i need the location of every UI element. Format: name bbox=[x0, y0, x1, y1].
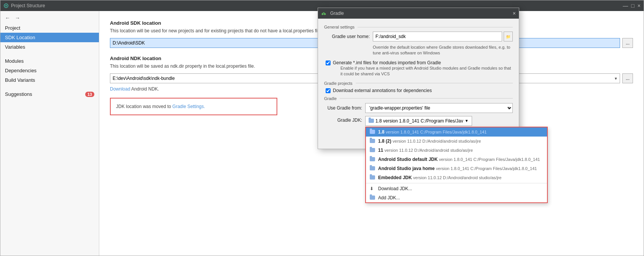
jdk-folder-icon bbox=[369, 119, 374, 123]
generate-iml-label: Generate *.iml files for modules importe… bbox=[333, 60, 513, 65]
android-ndk-browse-button[interactable]: ... bbox=[622, 73, 633, 83]
gradle-settings-link[interactable]: Gradle Settings. bbox=[172, 104, 205, 109]
gradle-projects-header: Gradle projects bbox=[324, 81, 513, 86]
sidebar: ← → Project SDK Location Variables Modul… bbox=[0, 11, 99, 256]
sidebar-item-dependencies[interactable]: Dependencies bbox=[0, 66, 99, 75]
use-gradle-from-label: Use Gradle from: bbox=[324, 105, 362, 111]
jdk-list-item-3[interactable]: 11 version 11.0.12 D:/Android/android st… bbox=[366, 146, 547, 155]
gradle-projects-section: Gradle projects Download external annota… bbox=[324, 81, 513, 126]
jdk-dropdown-wrapper: 1.8 version 1.8.0_141 C:/Program Files/J… bbox=[365, 116, 472, 126]
gradle-jdk-row: Gradle JDK: 1.8 version 1.8.0_141 C:/Pro… bbox=[324, 116, 513, 126]
window-title: Project Structure bbox=[11, 3, 623, 8]
sidebar-nav: ← → bbox=[0, 13, 99, 23]
gradle-override-hint: Override the default location where Grad… bbox=[373, 45, 513, 56]
folder-icon: 📁 bbox=[506, 35, 510, 39]
gradle-dialog-title: Gradle bbox=[330, 11, 510, 16]
sidebar-item-modules[interactable]: Modules bbox=[0, 56, 99, 66]
add-jdk-icon bbox=[370, 196, 375, 200]
jdk-item-3-folder-icon bbox=[370, 148, 375, 152]
app-icon bbox=[3, 3, 9, 8]
gradle-sub-header: Gradle bbox=[324, 96, 513, 101]
jdk-caret: ▼ bbox=[465, 119, 469, 123]
gradle-sub-divider bbox=[340, 98, 513, 99]
sidebar-item-suggestions[interactable]: Suggestions 13 bbox=[0, 89, 99, 99]
add-jdk-label: Add JDK... bbox=[378, 195, 400, 200]
sidebar-item-build-variants[interactable]: Build Variants bbox=[0, 75, 99, 85]
gradle-user-home-label: Gradle user home: bbox=[324, 34, 370, 39]
jdk-item-3-subtext: version 11.0.12 D:/Android/android studi… bbox=[385, 148, 473, 153]
jdk-item-2-folder-icon bbox=[370, 139, 375, 143]
jdk-list-item-5[interactable]: Android Studio java home version 1.8.0_1… bbox=[366, 164, 547, 173]
jdk-item-1-subtext: version 1.8.0_141 C:/Program Files/Java/… bbox=[386, 130, 487, 134]
general-settings-header: General settings bbox=[324, 25, 513, 29]
use-gradle-from-row: Use Gradle from: 'gradle-wrapper.propert… bbox=[324, 103, 513, 113]
jdk-notice-box: JDK location was moved to Gradle Setting… bbox=[110, 98, 277, 115]
maximize-button[interactable]: □ bbox=[631, 3, 634, 8]
jdk-item-6-subtext: version 11.0.12 D:/Android/android studi… bbox=[413, 175, 501, 180]
gradle-user-home-input[interactable] bbox=[373, 32, 502, 41]
nav-back-button[interactable]: ← bbox=[3, 14, 12, 22]
generate-iml-hint: Enable if you have a mixed project with … bbox=[340, 65, 513, 77]
generate-iml-checkbox[interactable] bbox=[326, 60, 331, 65]
jdk-item-4-folder-icon bbox=[370, 157, 375, 161]
sidebar-item-variables[interactable]: Variables bbox=[0, 42, 99, 52]
jdk-dropdown-trigger[interactable]: 1.8 version 1.8.0_141 C:/Program Files/J… bbox=[365, 116, 472, 126]
suggestions-badge: 13 bbox=[85, 92, 94, 97]
nav-forward-button[interactable]: → bbox=[13, 14, 22, 22]
jdk-item-4-subtext: version 1.8.0_141 C:/Program Files/Java/… bbox=[439, 157, 540, 162]
android-sdk-browse-button[interactable]: ... bbox=[622, 38, 633, 48]
jdk-dropdown-list: 1.8 version 1.8.0_141 C:/Program Files/J… bbox=[365, 127, 548, 203]
minimize-button[interactable]: — bbox=[623, 3, 628, 8]
sidebar-item-sdk-location[interactable]: SDK Location bbox=[0, 33, 99, 42]
gradle-dialog-body: General settings Gradle user home: 📁 Ove… bbox=[318, 19, 519, 134]
use-gradle-dropdown-wrapper: 'gradle-wrapper.properties' file ▼ bbox=[365, 103, 513, 113]
jdk-item-2-subtext: version 11.0.12 D:/Android/android studi… bbox=[393, 139, 481, 143]
gradle-user-home-row: Gradle user home: 📁 bbox=[324, 32, 513, 41]
gradle-jdk-label: Gradle JDK: bbox=[324, 116, 362, 123]
gradle-dialog-close-button[interactable]: × bbox=[513, 11, 516, 16]
jdk-list-item-2[interactable]: 1.8 (2) version 11.0.12 D:/Android/andro… bbox=[366, 137, 547, 146]
ndk-download-link[interactable]: Download bbox=[110, 86, 130, 92]
title-bar-controls: — □ × bbox=[623, 3, 641, 8]
annotations-row: Download external annotations for depend… bbox=[326, 88, 513, 93]
gradle-projects-divider bbox=[356, 83, 513, 83]
add-jdk-item[interactable]: Add JDK... bbox=[366, 193, 547, 202]
jdk-list-item-4[interactable]: Android Studio default JDK version 1.8.0… bbox=[366, 155, 547, 164]
gradle-user-home-browse-button[interactable]: 📁 bbox=[504, 32, 513, 41]
gradle-dialog-icon bbox=[321, 10, 326, 17]
jdk-item-1-folder-icon bbox=[370, 130, 375, 134]
jdk-list-item-6[interactable]: Embedded JDK version 11.0.12 D:/Android/… bbox=[366, 173, 547, 182]
generate-iml-row: Generate *.iml files for modules importe… bbox=[326, 60, 513, 77]
jdk-selected-text: 1.8 version 1.8.0_141 C:/Program Files/J… bbox=[375, 118, 463, 124]
annotations-checkbox[interactable] bbox=[326, 88, 331, 93]
jdk-list-divider bbox=[366, 183, 547, 183]
svg-point-1 bbox=[5, 5, 7, 6]
sidebar-item-project[interactable]: Project bbox=[0, 23, 99, 33]
download-jdk-label: Download JDK... bbox=[378, 186, 412, 191]
jdk-item-6-folder-icon bbox=[370, 175, 375, 180]
download-jdk-item[interactable]: Download JDK... bbox=[366, 184, 547, 193]
gradle-dialog-titlebar: Gradle × bbox=[318, 8, 519, 19]
jdk-item-5-subtext: version 1.8.0_141 C:/Program Files/Java/… bbox=[436, 166, 537, 171]
close-window-button[interactable]: × bbox=[638, 3, 641, 8]
gradle-subsection: Gradle Use Gradle from: 'gradle-wrapper.… bbox=[324, 96, 513, 126]
gradle-user-home-input-wrapper: 📁 bbox=[373, 32, 513, 41]
jdk-item-5-folder-icon bbox=[370, 166, 375, 170]
download-jdk-icon bbox=[370, 186, 375, 191]
annotations-label: Download external annotations for depend… bbox=[333, 88, 432, 93]
gradle-dialog: Gradle × General settings Gradle user ho… bbox=[318, 8, 519, 149]
general-settings-divider bbox=[358, 27, 513, 27]
jdk-list-item-1[interactable]: 1.8 version 1.8.0_141 C:/Program Files/J… bbox=[366, 127, 547, 137]
use-gradle-from-select[interactable]: 'gradle-wrapper.properties' file bbox=[365, 103, 513, 113]
